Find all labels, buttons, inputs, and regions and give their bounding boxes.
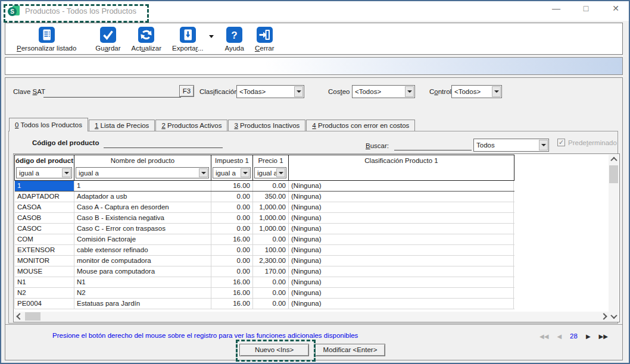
horizontal-scroll-thumb[interactable] — [25, 312, 40, 321]
cell-precio1: 0.00 — [253, 288, 289, 298]
scroll-down-icon[interactable] — [609, 312, 619, 321]
cell-codigo: EXTENSOR — [15, 245, 74, 255]
table-row[interactable]: PE0004Estatuas para Jardín16.000.00(Ning… — [15, 299, 514, 309]
chevron-down-icon[interactable] — [276, 168, 285, 177]
table-row[interactable]: CASOCCaso C - Error con traspasos0.001,0… — [15, 224, 514, 234]
header-strip — [5, 57, 623, 75]
actualizar-button[interactable]: Actualizar — [126, 26, 167, 52]
cerrar-button[interactable]: Cerrar — [249, 26, 280, 52]
tab-lista-de-precios[interactable]: 1 Lista de Precios — [89, 120, 155, 131]
column-header-clasificacion1[interactable]: Clasificación Producto 1 — [289, 155, 514, 166]
costeo-value: <Todos> — [355, 88, 381, 95]
vertical-scroll-thumb[interactable] — [609, 165, 618, 183]
ayuda-button[interactable]: ? Ayuda — [220, 26, 249, 52]
chevron-down-icon[interactable] — [199, 168, 208, 177]
personalizar-listado-label: Personalizar listado — [17, 45, 76, 52]
cell-impuesto1: 0.00 — [211, 213, 253, 223]
cell-nombre: Caso C - Error con traspasos — [74, 224, 211, 234]
cell-nombre: Estatuas para Jardín — [74, 299, 211, 309]
cell-impuesto1: 0.00 — [211, 245, 253, 255]
vertical-scrollbar[interactable] — [609, 155, 619, 321]
horizontal-scrollbar[interactable] — [14, 312, 609, 321]
maximize-button[interactable]: □ — [580, 4, 592, 13]
page-number[interactable]: 28 — [570, 332, 578, 340]
cell-clasificacion1: (Ninguna) — [289, 245, 514, 255]
buscar-scope-value: Todos — [476, 142, 495, 149]
chevron-down-icon[interactable] — [492, 86, 501, 97]
chevron-down-icon[interactable] — [405, 86, 414, 97]
column-header-precio1[interactable]: Precio 1 — [253, 155, 289, 166]
last-page-icon[interactable]: ▶▶ — [599, 333, 608, 340]
clasificacion-select[interactable]: <Todas> — [236, 85, 304, 98]
table-row[interactable]: MOUSEMouse para computadora0.00170.00(Ni… — [15, 266, 514, 277]
clave-sat-input[interactable] — [43, 87, 181, 98]
prev-page-icon[interactable]: ◀ — [557, 333, 562, 340]
chevron-down-icon[interactable] — [62, 168, 71, 177]
cell-impuesto1: 16.00 — [211, 234, 253, 244]
personalizar-listado-button[interactable]: Personalizar listado — [11, 26, 82, 52]
table-row[interactable]: 1116.000.00(Ninguna) — [15, 181, 514, 192]
tab-todos-los-productos[interactable]: 0 Todos los Productos — [9, 118, 88, 131]
filter-impuesto1-select[interactable]: igual a — [213, 167, 251, 178]
buscar-scope-select[interactable]: Todos — [473, 139, 549, 152]
cell-codigo: CASOB — [15, 213, 74, 223]
first-page-icon[interactable]: ◀◀ — [539, 333, 548, 340]
cell-clasificacion1: (Ninguna) — [289, 234, 514, 244]
clasificacion-value: <Todas> — [239, 88, 266, 95]
cell-precio1: 0.00 — [253, 277, 289, 287]
scroll-up-icon[interactable] — [609, 155, 619, 164]
table-row[interactable]: CASOBCaso B - Existencia negativa0.001,0… — [15, 213, 514, 224]
next-page-icon[interactable]: ▶ — [586, 333, 591, 340]
buscar-label: Buscar: — [366, 142, 389, 149]
exportar-dropdown-icon[interactable] — [209, 35, 214, 38]
cell-clasificacion1: (Ninguna) — [289, 224, 514, 234]
filter-codigo-select[interactable]: igual a — [16, 167, 72, 178]
buscar-input[interactable] — [394, 141, 472, 150]
costeo-select[interactable]: <Todos> — [352, 85, 415, 98]
codigo-del-producto-input[interactable] — [104, 138, 223, 148]
f3-button[interactable]: F3 — [179, 85, 194, 97]
table-row[interactable]: N1N116.000.00(Ninguna) — [15, 277, 514, 288]
main-panel: Clave SAT F3 Clasificación <Todas> Coste… — [5, 77, 623, 360]
cell-precio1: 350.00 — [253, 192, 289, 202]
tab-productos-inactivos[interactable]: 3 Productos Inactivos — [228, 120, 305, 131]
cell-nombre: cable extensor refinado — [74, 245, 211, 255]
cell-codigo: COM — [15, 234, 74, 244]
table-row[interactable]: N2N216.000.00(Ninguna) — [15, 288, 514, 299]
tab-productos-con-error-en-costos[interactable]: 4 Productos con error en costos — [306, 120, 415, 131]
chevron-down-icon[interactable] — [241, 168, 249, 177]
column-header-impuesto1[interactable]: Impuesto 1 — [211, 155, 253, 166]
close-button[interactable]: ✕ — [610, 4, 622, 13]
predeterminado-checkbox[interactable]: ✓ — [557, 139, 565, 146]
nuevo-button[interactable]: Nuevo <Ins> — [239, 344, 309, 356]
cell-impuesto1: 0.00 — [211, 202, 253, 212]
filter-operator: igual a — [79, 170, 99, 177]
exportar-button[interactable]: Exportar... — [167, 26, 208, 52]
modificar-button[interactable]: Modificar <Enter> — [315, 344, 385, 356]
scroll-left-icon[interactable] — [14, 312, 24, 321]
record-navigator: ◀◀ ◀ 28 ▶ ▶▶ — [539, 332, 608, 340]
tab-productos-activos[interactable]: 2 Productos Activos — [155, 120, 227, 131]
table-row[interactable]: MONITORmonitor de computadora0.002,300.0… — [15, 256, 514, 266]
guardar-button[interactable]: Guardar — [90, 26, 126, 52]
chevron-down-icon[interactable] — [539, 140, 548, 150]
table-row[interactable]: COMComisión Factoraje16.000.00(Ninguna) — [15, 234, 514, 245]
cell-clasificacion1: (Ninguna) — [289, 192, 514, 202]
exportar-label: Exportar... — [172, 45, 203, 52]
cell-impuesto1: 0.00 — [211, 256, 253, 266]
control-select[interactable]: <Todos> — [451, 85, 502, 98]
scroll-right-icon[interactable] — [598, 312, 609, 321]
column-header-codigo[interactable]: ódigo del product — [15, 155, 74, 166]
chevron-down-icon[interactable] — [294, 86, 303, 97]
clave-sat-label: Clave SAT — [13, 88, 45, 95]
filter-precio1-select[interactable]: igual a — [254, 167, 286, 178]
table-row[interactable]: ADAPTADORAdaptador a usb0.00350.00(Ningu… — [15, 192, 514, 202]
filter-nombre-select[interactable]: igual a — [76, 167, 209, 178]
table-row[interactable]: CASOACaso A - Captura en desorden0.001,0… — [15, 202, 514, 213]
minimize-button[interactable]: — — [550, 4, 562, 13]
column-header-nombre[interactable]: Nombre del producto — [74, 155, 211, 166]
filter-operator: igual a — [216, 170, 236, 177]
cell-impuesto1: 16.00 — [211, 288, 253, 298]
table-row[interactable]: EXTENSORcable extensor refinado0.00100.0… — [15, 245, 514, 256]
tab-bar: 0 Todos los Productos 1 Lista de Precios… — [9, 118, 416, 131]
